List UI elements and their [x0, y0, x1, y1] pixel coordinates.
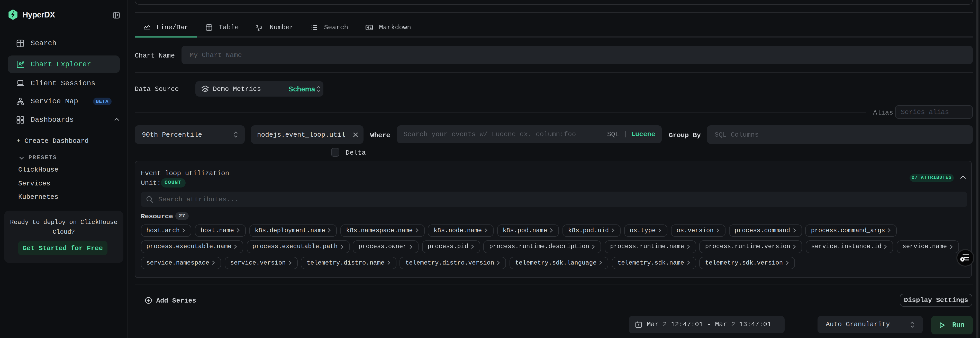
svg-text:3: 3 — [260, 26, 262, 30]
svg-text:2: 2 — [258, 27, 260, 30]
